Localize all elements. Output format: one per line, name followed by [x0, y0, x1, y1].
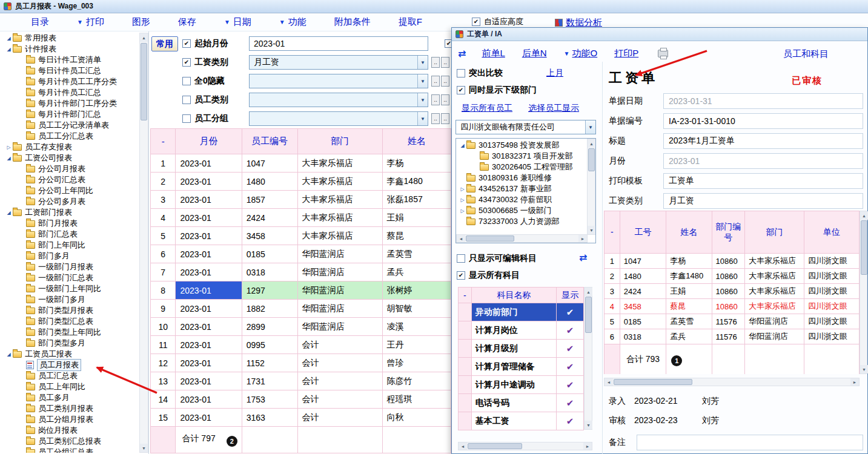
menu-item-目录[interactable]: 目录: [17, 16, 63, 28]
subject-row[interactable]: 计算月中途调动✔: [459, 376, 584, 394]
tree-item[interactable]: 部门多月: [4, 251, 138, 262]
filter-checkbox[interactable]: [182, 77, 191, 85]
overlay-menu-打印P[interactable]: 打印P: [614, 48, 638, 59]
expand-icon[interactable]: ▷: [459, 186, 466, 192]
tree-item[interactable]: ▷员工存支报表: [4, 142, 138, 153]
menu-item-打印[interactable]: ▼打印: [63, 16, 118, 28]
remark-input[interactable]: [637, 435, 863, 450]
scroll-up-button[interactable]: ▲: [588, 139, 595, 148]
dept-tree-hscrollbar[interactable]: ◄ ►: [456, 234, 588, 243]
overlay-menu-功能O[interactable]: ▼功能O: [564, 48, 598, 59]
tree-item[interactable]: 员工汇总表: [4, 370, 138, 381]
employee-row[interactable]: 32424王娟10860大丰家乐福店四川浙文眼: [605, 284, 860, 299]
tree-item[interactable]: 分公司月报表: [4, 163, 138, 174]
tree-item[interactable]: 每月计件部门工序分类: [4, 98, 138, 109]
expand-icon[interactable]: ◢: [5, 352, 13, 357]
scroll-left-button[interactable]: ◄: [457, 235, 465, 242]
combo-arrow-icon[interactable]: ▼: [417, 112, 428, 125]
expand-icon[interactable]: ▷: [459, 208, 466, 214]
subject-visible-cell[interactable]: ✔: [557, 394, 584, 412]
subject-visible-cell[interactable]: ✔: [557, 321, 584, 340]
tree-item[interactable]: 员工类别汇总报表: [4, 436, 138, 447]
subject-row[interactable]: 异动前部门✔: [459, 303, 584, 321]
expand-icon[interactable]: ◢: [5, 47, 13, 52]
ellipsis-button[interactable]: ..: [441, 76, 449, 87]
subject-vscrollbar[interactable]: ▲ ▼: [584, 287, 592, 430]
scroll-down-button[interactable]: ▼: [140, 444, 148, 452]
select-employees-link[interactable]: 选择员工显示: [528, 103, 579, 114]
swap-icon[interactable]: ⇄: [458, 48, 466, 59]
scrollbar-thumb[interactable]: [588, 148, 595, 171]
expand-icon[interactable]: ◢: [459, 143, 466, 148]
tree-item[interactable]: 员工上年同比: [4, 381, 138, 392]
ellipsis-button[interactable]: ..: [441, 113, 449, 124]
scroll-down-button[interactable]: ▼: [585, 421, 592, 429]
employee-table-vscrollbar[interactable]: ▲ ▼: [860, 211, 867, 374]
tree-item[interactable]: 员工多月: [4, 392, 138, 403]
scrollbar-thumb[interactable]: [466, 235, 514, 242]
tree-item[interactable]: 员工分组汇总表: [4, 447, 138, 453]
filter-combo[interactable]: 月工资▼: [249, 55, 428, 70]
subject-visible-cell[interactable]: ✔: [557, 340, 584, 358]
employee-table-hscrollbar[interactable]: ◄ ►: [604, 378, 860, 386]
dept-tree-vscrollbar[interactable]: ▲ ▼: [587, 139, 595, 235]
scroll-left-button[interactable]: ◄: [459, 442, 467, 450]
tree-item[interactable]: 一级部门汇总表: [4, 272, 138, 283]
auto-height-checkbox[interactable]: ✔: [472, 18, 480, 26]
table-row[interactable]: 122023-011152会计曾珍: [151, 354, 451, 372]
tree-item[interactable]: 分公司多月表: [4, 196, 138, 207]
field-value[interactable]: 月工资: [663, 193, 863, 209]
left-panel-hscrollbar[interactable]: ◄ ►: [458, 442, 592, 450]
table-row[interactable]: 22023-011480大丰家乐福店李鑫1480: [151, 173, 451, 191]
table-row[interactable]: 62023-010185华阳蓝润店孟英雪: [151, 245, 451, 263]
subject-visible-cell[interactable]: ✔: [557, 303, 584, 321]
tree-item[interactable]: 部门月报表: [4, 218, 138, 229]
scrollbar-thumb[interactable]: [468, 443, 522, 449]
field-value[interactable]: 2023-01: [663, 153, 863, 169]
subject-row[interactable]: 计算月岗位✔: [459, 321, 584, 340]
employee-row[interactable]: 60318孟兵11576华阳蓝润店四川浙文眼: [605, 329, 860, 344]
filter-checkbox[interactable]: ✔: [182, 39, 191, 48]
scroll-right-button[interactable]: ►: [583, 442, 592, 450]
scrollbar-thumb[interactable]: [585, 297, 592, 333]
tree-item[interactable]: 部门类型汇总表: [4, 316, 138, 327]
combo-arrow-icon[interactable]: ▼: [417, 74, 428, 88]
company-select[interactable]: 四川浙文眼镜有限责任公司 ▼: [456, 120, 596, 134]
table-row[interactable]: 102023-012899华阳蓝润店凌溪: [151, 318, 451, 336]
tree-item[interactable]: 每月计件部门汇总: [4, 109, 138, 120]
tree-item[interactable]: 一级部门多月: [4, 294, 138, 305]
combo-arrow-icon[interactable]: ▼: [417, 93, 428, 107]
dept-tree-item[interactable]: ▷434526137 新事业部: [457, 183, 587, 194]
scroll-up-button[interactable]: ▲: [140, 33, 148, 42]
menu-item-提取F[interactable]: 提取F: [385, 16, 436, 28]
tree-item[interactable]: 员工工分汇总表: [4, 131, 138, 142]
tree-item[interactable]: 员工工分记录清单表: [4, 120, 138, 131]
table-row[interactable]: 32023-011857大丰家乐福店张磊1857: [151, 191, 451, 209]
swap-subjects-icon[interactable]: ⇄: [579, 252, 587, 263]
printer-icon[interactable]: [658, 50, 668, 58]
tree-item[interactable]: 员工类别月报表: [4, 403, 138, 414]
tree-item[interactable]: 员工月报表: [4, 360, 138, 370]
dept-tree-item[interactable]: ▷434730032 停薪留职: [457, 194, 587, 205]
tree-item[interactable]: 分公司汇总表: [4, 174, 138, 185]
tree-item[interactable]: 每日计件工资清单: [4, 54, 138, 65]
subject-visible-cell[interactable]: ✔: [557, 412, 584, 430]
table-row[interactable]: 142023-011753会计程瑶琪: [151, 390, 451, 409]
sidebar-scrollbar[interactable]: ▲ ▼: [139, 33, 148, 453]
scroll-right-button[interactable]: ►: [578, 235, 587, 242]
tree-item[interactable]: 部门类型月报表: [4, 305, 138, 316]
tree-item[interactable]: 每月计件员工工序分类: [4, 76, 138, 87]
tree-item[interactable]: 一级部门月报表: [4, 262, 138, 272]
table-row[interactable]: 12023-011047大丰家乐福店李杨: [151, 154, 451, 173]
expand-icon[interactable]: ▷: [459, 197, 466, 203]
field-value[interactable]: 2023年1月工资单: [663, 133, 863, 149]
scrollbar-thumb[interactable]: [861, 220, 867, 275]
tree-item[interactable]: ◢工资部门报表: [4, 207, 138, 218]
menu-item-附加条件[interactable]: 附加条件: [320, 16, 385, 28]
subject-visible-cell[interactable]: ✔: [557, 376, 584, 394]
expand-icon[interactable]: ◢: [5, 36, 13, 41]
ellipsis-button[interactable]: ..: [431, 76, 440, 87]
tree-item[interactable]: 岗位月报表: [4, 425, 138, 436]
employee-row[interactable]: 11047李杨10860大丰家乐福店四川浙文眼: [605, 254, 860, 269]
tab-common[interactable]: 常用: [151, 36, 178, 51]
